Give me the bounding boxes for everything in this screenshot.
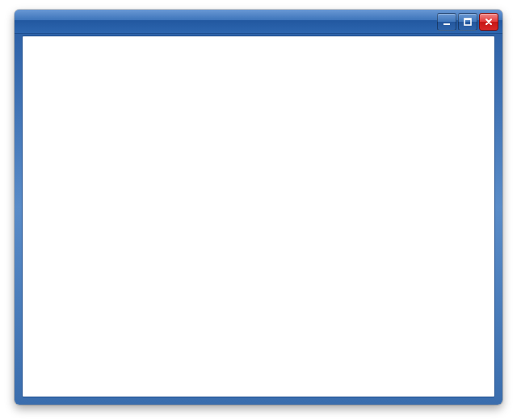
close-icon	[484, 17, 494, 27]
svg-rect-2	[464, 19, 471, 20]
maximize-icon	[463, 17, 473, 27]
client-area	[22, 36, 495, 397]
minimize-button[interactable]	[437, 13, 456, 31]
maximize-button[interactable]	[458, 13, 477, 31]
titlebar[interactable]	[15, 10, 502, 34]
application-window	[15, 10, 502, 405]
minimize-icon	[442, 17, 452, 27]
svg-rect-0	[443, 23, 450, 25]
close-button[interactable]	[479, 13, 498, 31]
